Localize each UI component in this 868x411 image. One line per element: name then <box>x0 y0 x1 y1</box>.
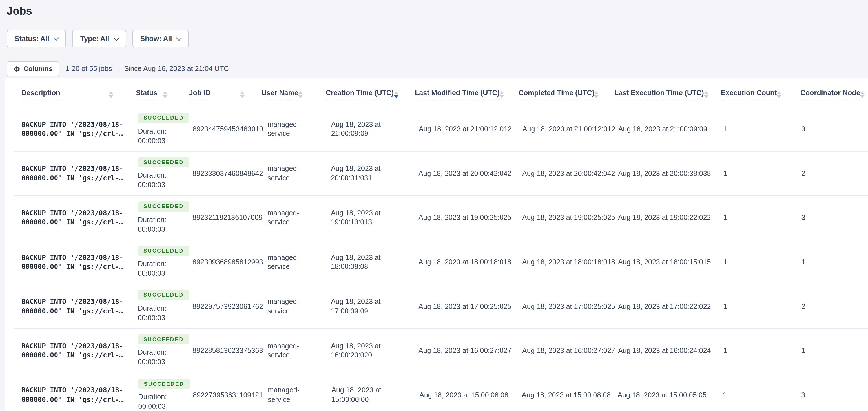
filter-dropdown-button[interactable]: Type: All <box>72 30 126 47</box>
job-id: 892309368985812993 <box>187 258 262 266</box>
column-header[interactable]: Job ID <box>183 89 256 100</box>
page-header: Jobs <box>0 0 868 18</box>
user-name: managed-service <box>268 297 312 316</box>
completed-time: Aug 18, 2023 at 21:00:12:012 <box>517 125 613 133</box>
user-name: managed-service <box>268 164 312 183</box>
creation-time: Aug 18, 2023 at 16:00:20:020 <box>331 342 406 360</box>
completed-time: Aug 18, 2023 at 16:00:27:027 <box>517 347 612 355</box>
jobs-table: Description Status Job ID User Name <box>5 78 868 411</box>
column-header[interactable]: Coordinator Node <box>795 89 868 100</box>
job-row: BACKUP INTO '/2023/08/18-000000.00' IN '… <box>5 285 868 329</box>
column-header[interactable]: User Name <box>256 89 320 100</box>
sort-desc-icon <box>704 95 709 98</box>
sort-desc-icon <box>109 95 113 98</box>
coordinator-node: 1 <box>796 258 868 266</box>
sort-desc-icon <box>240 95 245 98</box>
chevron-down-icon <box>54 35 59 40</box>
sort-asc-icon <box>299 91 303 94</box>
sort-asc-icon <box>394 91 398 94</box>
last-execution-time: Aug 18, 2023 at 21:00:09:09 <box>613 125 717 133</box>
column-header[interactable]: Creation Time (UTC) <box>320 89 409 100</box>
last-execution-time: Aug 18, 2023 at 20:00:38:038 <box>612 170 717 178</box>
column-header[interactable]: Description <box>5 89 130 100</box>
job-id: 892333037460848642 <box>187 170 262 178</box>
job-duration: Duration: 00:00:03 <box>138 171 180 190</box>
coordinator-node: 3 <box>796 214 868 222</box>
job-duration: Duration: 00:00:03 <box>138 126 180 146</box>
sort-asc-icon <box>594 91 599 94</box>
column-header[interactable]: Execution Count <box>715 89 795 100</box>
column-header-label: Job ID <box>189 89 211 100</box>
last-execution-time: Aug 18, 2023 at 19:00:22:022 <box>612 214 717 222</box>
creation-time: Aug 18, 2023 at 17:00:09:09 <box>331 297 406 316</box>
filter-dropdown-button[interactable]: Show: All <box>132 30 189 47</box>
sort-arrows-icon <box>240 91 245 98</box>
user-name: managed-service <box>268 386 313 405</box>
job-id: 892285813023375363 <box>187 347 262 355</box>
sort-desc-icon <box>394 95 398 98</box>
sort-asc-icon <box>860 91 865 94</box>
last-modified-time: Aug 18, 2023 at 17:00:25:025 <box>413 302 517 311</box>
column-header-label: Last Modified Time (UTC) <box>415 89 500 100</box>
status-badge: SUCCEEDED <box>138 157 189 168</box>
execution-count: 1 <box>717 347 796 355</box>
gear-icon: ⚙ <box>13 65 20 72</box>
chevron-down-icon <box>177 35 182 40</box>
user-name: managed-service <box>268 342 312 360</box>
execution-count: 1 <box>717 302 796 311</box>
job-description: BACKUP INTO '/2023/08/18-000000.00' IN '… <box>22 164 124 183</box>
sort-desc-icon <box>860 95 865 98</box>
sort-arrows-icon <box>500 91 504 98</box>
job-id: 892297573923061762 <box>187 302 262 311</box>
last-execution-time: Aug 18, 2023 at 15:00:05:05 <box>612 391 717 399</box>
job-row: BACKUP INTO '/2023/08/18-000000.00' IN '… <box>5 151 868 196</box>
sort-arrows-icon <box>394 91 398 98</box>
creation-time: Aug 18, 2023 at 19:00:13:013 <box>331 209 406 227</box>
status-badge: SUCCEEDED <box>138 290 189 300</box>
toolbar-separator: | <box>117 65 119 73</box>
sort-desc-icon <box>500 95 504 98</box>
column-header[interactable]: Last Modified Time (UTC) <box>409 89 513 100</box>
sort-arrows-icon <box>299 91 303 98</box>
status-badge: SUCCEEDED <box>138 379 190 389</box>
column-header-label: Last Execution Time (UTC) <box>614 89 704 100</box>
last-execution-time: Aug 18, 2023 at 18:00:15:015 <box>612 258 717 266</box>
job-duration: Duration: 00:00:03 <box>138 215 180 234</box>
column-header-label: Coordinator Node <box>800 89 860 100</box>
coordinator-node: 2 <box>796 170 868 178</box>
job-row: BACKUP INTO '/2023/08/18-000000.00' IN '… <box>5 373 868 411</box>
columns-button[interactable]: ⚙ Columns <box>7 61 59 76</box>
last-execution-time: Aug 18, 2023 at 17:00:22:022 <box>612 302 717 311</box>
job-duration: Duration: 00:00:03 <box>138 392 181 411</box>
last-execution-time: Aug 18, 2023 at 16:00:24:024 <box>612 347 717 355</box>
status-badge: SUCCEEDED <box>138 202 189 212</box>
job-description: BACKUP INTO '/2023/08/18-000000.00' IN '… <box>22 209 124 227</box>
job-row: BACKUP INTO '/2023/08/18-000000.00' IN '… <box>5 196 868 240</box>
filter-label: Show: All <box>141 35 172 42</box>
table-body: BACKUP INTO '/2023/08/18-000000.00' IN '… <box>5 107 868 411</box>
execution-count: 1 <box>717 258 796 266</box>
coordinator-node: 1 <box>796 347 868 355</box>
table-header-row: Description Status Job ID User Name <box>5 78 868 107</box>
creation-time: Aug 18, 2023 at 15:00:00:00 <box>332 386 407 405</box>
sort-asc-icon <box>109 91 113 94</box>
column-header[interactable]: Status <box>130 89 183 100</box>
filter-dropdown-button[interactable]: Status: All <box>7 30 66 47</box>
last-modified-time: Aug 18, 2023 at 16:00:27:027 <box>413 347 517 355</box>
coordinator-node: 2 <box>796 302 868 311</box>
sort-desc-icon <box>594 95 599 98</box>
completed-time: Aug 18, 2023 at 20:00:42:042 <box>517 170 612 178</box>
column-header-label: Completed Time (UTC) <box>519 89 594 100</box>
column-header[interactable]: Completed Time (UTC) <box>513 89 609 100</box>
creation-time: Aug 18, 2023 at 21:00:09:09 <box>331 120 406 139</box>
page-title: Jobs <box>7 4 868 18</box>
sort-arrows-icon <box>777 91 781 98</box>
column-header-label: Status <box>136 89 157 100</box>
chevron-down-icon <box>114 35 119 40</box>
column-header-label: Creation Time (UTC) <box>326 89 394 100</box>
completed-time: Aug 18, 2023 at 18:00:18:018 <box>517 258 612 266</box>
job-id: 892321182136107009 <box>187 214 262 222</box>
column-header[interactable]: Last Execution Time (UTC) <box>609 89 715 100</box>
creation-time: Aug 18, 2023 at 20:00:31:031 <box>331 164 406 183</box>
execution-count: 1 <box>717 391 796 399</box>
